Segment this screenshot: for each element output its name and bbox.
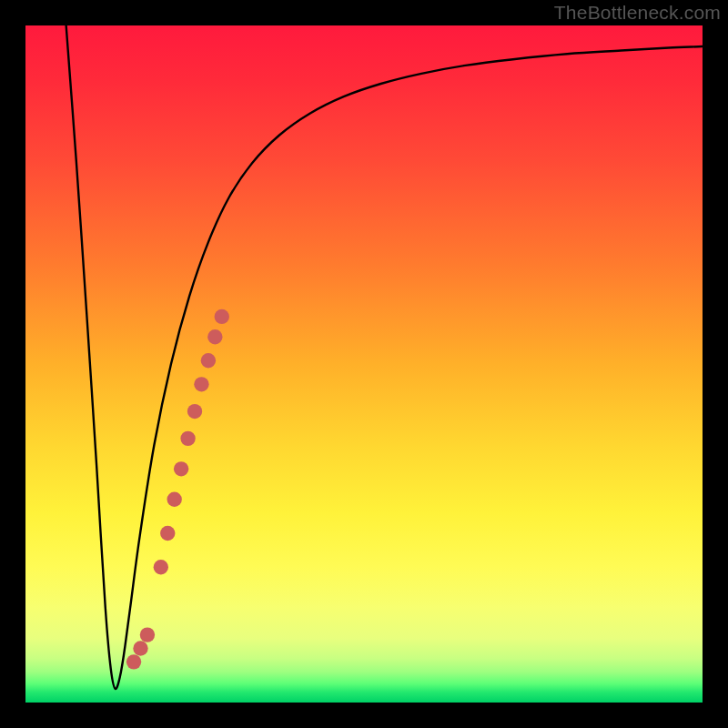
datapoint bbox=[140, 627, 155, 642]
chart-frame: TheBottleneck.com bbox=[0, 0, 728, 728]
datapoint bbox=[201, 353, 216, 368]
datapoint bbox=[207, 329, 222, 344]
datapoint bbox=[174, 461, 188, 476]
datapoint bbox=[167, 492, 181, 507]
watermark-text: TheBottleneck.com bbox=[554, 2, 721, 24]
plot-area bbox=[25, 25, 703, 703]
gpu-datapoints bbox=[25, 25, 703, 703]
datapoint bbox=[215, 309, 229, 324]
datapoint bbox=[133, 641, 147, 655]
datapoint bbox=[187, 404, 202, 419]
datapoint bbox=[180, 431, 195, 446]
datapoint bbox=[154, 560, 168, 574]
datapoint bbox=[160, 526, 175, 541]
datapoint bbox=[194, 377, 208, 391]
datapoint bbox=[126, 654, 141, 669]
